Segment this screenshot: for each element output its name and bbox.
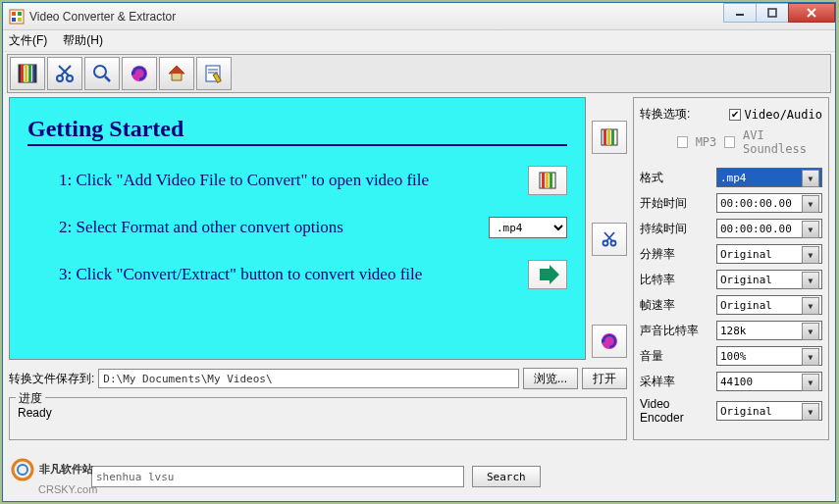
video-audio-label: Video/Audio — [745, 108, 822, 122]
svg-rect-15 — [34, 65, 36, 82]
home-icon[interactable] — [159, 57, 194, 90]
option-select[interactable]: 44100 — [716, 372, 822, 391]
menubar: 文件(F) 帮助(H) — [3, 30, 835, 52]
convert-button[interactable] — [528, 260, 567, 289]
app-icon — [9, 9, 25, 25]
progress-group: 进度 Ready — [9, 397, 627, 440]
format-quick-select[interactable]: .mp4 — [489, 217, 567, 238]
search-button[interactable]: Search — [472, 466, 541, 487]
svg-marker-25 — [169, 66, 184, 74]
side-buttons — [592, 97, 627, 360]
step-3: 3: Click "Convert/Extract" button to con… — [59, 260, 567, 289]
option-row-1: 开始时间00:00:00.00 — [640, 193, 822, 213]
option-select[interactable]: 100% — [716, 346, 822, 366]
svg-rect-31 — [542, 173, 545, 188]
search-input[interactable] — [91, 466, 464, 487]
option-label: 采样率 — [640, 374, 716, 390]
svg-rect-37 — [607, 129, 610, 145]
left-column: Getting Started 1: Click "Add Video File… — [9, 97, 627, 440]
option-label: 帧速率 — [640, 297, 716, 314]
option-select[interactable]: 00:00:00.00 — [716, 193, 822, 213]
option-row-9: Video EncoderOriginal — [640, 397, 822, 425]
svg-rect-38 — [611, 129, 614, 145]
search-row: Search — [91, 466, 541, 487]
option-select[interactable]: Original — [716, 295, 822, 315]
open-button[interactable]: 打开 — [582, 368, 627, 389]
svg-marker-34 — [540, 265, 559, 284]
svg-point-20 — [94, 66, 106, 77]
option-select[interactable]: .mp4 — [716, 168, 822, 187]
svg-rect-33 — [550, 173, 552, 188]
progress-label: 进度 — [16, 390, 45, 407]
avi-checkbox[interactable] — [724, 136, 735, 148]
titlebar: Video Converter & Extractor — [3, 3, 835, 30]
option-select[interactable]: Original — [716, 401, 822, 421]
options-panel: 转换选项: ✔ Video/Audio MP3 AVI Soundless 格式… — [633, 97, 829, 440]
option-select[interactable]: 128k — [716, 321, 822, 340]
toolbar — [7, 54, 831, 93]
window-title: Video Converter & Extractor — [29, 10, 176, 24]
watermark-brand: 非凡软件站 — [39, 463, 93, 475]
refresh-icon[interactable] — [122, 57, 157, 90]
output-path-row: 转换文件保存到: 浏览... 打开 — [9, 368, 627, 389]
step-1: 1: Click "Add Video File to Convert" to … — [59, 166, 567, 195]
svg-point-16 — [57, 76, 63, 81]
svg-point-17 — [67, 76, 73, 81]
step-2-text: 2: Select Format and other convert optio… — [59, 218, 489, 237]
video-audio-checkbox[interactable]: ✔ — [729, 109, 741, 121]
maximize-button[interactable] — [756, 3, 789, 23]
svg-rect-1 — [12, 12, 16, 16]
mp3-label: MP3 — [696, 135, 717, 149]
magnifier-icon[interactable] — [84, 57, 120, 90]
minimize-button[interactable] — [723, 3, 757, 23]
option-select[interactable]: 00:00:00.00 — [716, 219, 822, 238]
svg-rect-4 — [18, 18, 22, 22]
option-label: 声音比特率 — [640, 323, 716, 339]
option-label: 音量 — [640, 348, 716, 365]
option-label: Video Encoder — [640, 397, 716, 425]
close-button[interactable] — [788, 3, 835, 23]
menu-help[interactable]: 帮助(H) — [63, 32, 103, 49]
divider — [27, 144, 567, 146]
option-label: 格式 — [640, 170, 716, 186]
film-icon[interactable] — [10, 57, 45, 90]
watermark: 非凡软件站 CRSKY.com — [9, 456, 97, 495]
svg-point-45 — [13, 460, 32, 479]
svg-rect-12 — [28, 65, 31, 82]
menu-file[interactable]: 文件(F) — [9, 32, 47, 49]
step-3-text: 3: Click "Convert/Extract" button to con… — [59, 265, 520, 284]
option-row-4: 比特率Original — [640, 270, 822, 289]
option-label: 开始时间 — [640, 195, 716, 212]
step-1-text: 1: Click "Add Video File to Convert" to … — [59, 171, 520, 190]
browse-button[interactable]: 浏览... — [523, 368, 578, 389]
option-select[interactable]: Original — [716, 270, 822, 289]
edit-icon[interactable] — [196, 57, 232, 90]
watermark-site: CRSKY.com — [38, 483, 97, 495]
svg-line-21 — [105, 76, 110, 81]
getting-started-title: Getting Started — [27, 116, 567, 142]
option-row-6: 声音比特率128k — [640, 321, 822, 340]
svg-line-18 — [61, 66, 71, 76]
svg-rect-2 — [18, 12, 22, 16]
main-area: Getting Started 1: Click "Add Video File… — [3, 97, 835, 440]
svg-rect-6 — [768, 9, 776, 17]
side-film-icon[interactable] — [592, 121, 627, 154]
option-row-7: 音量100% — [640, 346, 822, 366]
add-video-button[interactable] — [528, 166, 567, 195]
getting-started-panel: Getting Started 1: Click "Add Video File… — [9, 97, 586, 360]
scissors-icon[interactable] — [47, 57, 82, 90]
side-refresh-icon[interactable] — [592, 325, 627, 358]
option-row-2: 持续时间00:00:00.00 — [640, 219, 822, 238]
output-path-input[interactable] — [98, 369, 519, 388]
option-label: 比特率 — [640, 272, 716, 288]
svg-rect-36 — [603, 129, 606, 145]
output-label: 转换文件保存到: — [9, 371, 94, 387]
app-window: Video Converter & Extractor 文件(F) 帮助(H) … — [2, 2, 836, 502]
option-select[interactable]: Original — [716, 244, 822, 264]
svg-rect-3 — [12, 18, 16, 22]
side-scissors-icon[interactable] — [592, 223, 627, 256]
progress-status: Ready — [18, 406, 52, 420]
mp3-checkbox[interactable] — [677, 136, 688, 148]
svg-rect-32 — [546, 173, 549, 188]
svg-line-19 — [59, 66, 69, 76]
